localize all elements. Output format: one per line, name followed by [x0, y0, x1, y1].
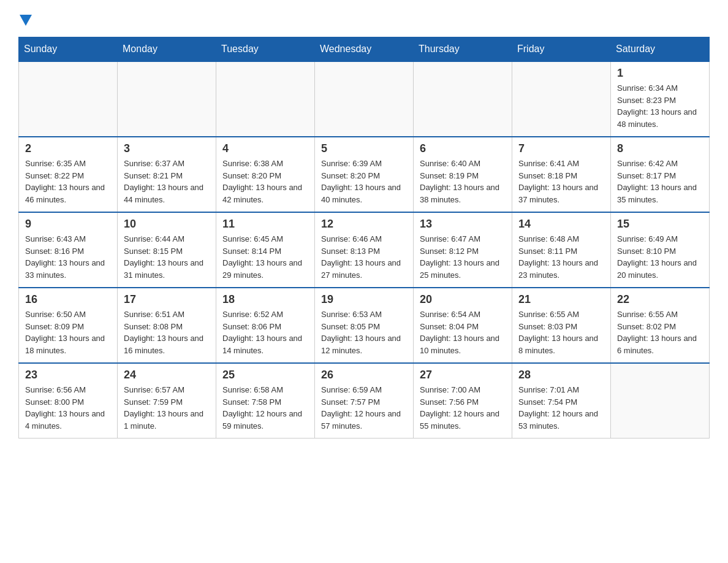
day-info: Sunrise: 6:46 AMSunset: 8:13 PMDaylight:… [321, 233, 407, 281]
day-info: Sunrise: 6:47 AMSunset: 8:12 PMDaylight:… [420, 233, 506, 281]
day-info: Sunrise: 6:40 AMSunset: 8:19 PMDaylight:… [420, 158, 506, 205]
day-number: 4 [222, 142, 308, 155]
col-wednesday: Wednesday [315, 37, 414, 62]
day-number: 17 [124, 293, 210, 306]
calendar-cell: 7Sunrise: 6:41 AMSunset: 8:18 PMDaylight… [512, 137, 611, 212]
day-info: Sunrise: 6:53 AMSunset: 8:05 PMDaylight:… [321, 308, 407, 356]
day-number: 3 [124, 142, 210, 155]
calendar-cell [611, 363, 710, 439]
day-info: Sunrise: 6:55 AMSunset: 8:03 PMDaylight:… [518, 308, 604, 356]
calendar-week-row: 9Sunrise: 6:43 AMSunset: 8:16 PMDaylight… [19, 212, 710, 288]
day-number: 2 [25, 142, 111, 155]
calendar-cell: 23Sunrise: 6:56 AMSunset: 8:00 PMDayligh… [19, 363, 118, 439]
day-number: 28 [518, 369, 604, 381]
day-number: 26 [321, 369, 407, 381]
calendar-cell: 25Sunrise: 6:58 AMSunset: 7:58 PMDayligh… [216, 363, 315, 439]
day-info: Sunrise: 6:57 AMSunset: 7:59 PMDaylight:… [124, 384, 210, 432]
day-number: 6 [420, 142, 506, 155]
day-info: Sunrise: 6:41 AMSunset: 8:18 PMDaylight:… [518, 158, 604, 205]
day-number: 24 [124, 369, 210, 381]
col-saturday: Saturday [611, 37, 710, 62]
day-info: Sunrise: 6:35 AMSunset: 8:22 PMDaylight:… [25, 158, 111, 205]
calendar-cell: 9Sunrise: 6:43 AMSunset: 8:16 PMDaylight… [19, 212, 118, 288]
col-sunday: Sunday [19, 37, 118, 62]
day-info: Sunrise: 6:45 AMSunset: 8:14 PMDaylight:… [222, 233, 308, 281]
calendar-week-row: 1Sunrise: 6:34 AMSunset: 8:23 PMDaylight… [19, 61, 710, 137]
calendar-cell: 10Sunrise: 6:44 AMSunset: 8:15 PMDayligh… [118, 212, 216, 288]
day-info: Sunrise: 6:54 AMSunset: 8:04 PMDaylight:… [420, 308, 506, 356]
day-info: Sunrise: 6:43 AMSunset: 8:16 PMDaylight:… [25, 233, 111, 281]
logo [18, 12, 32, 25]
page-header [18, 12, 710, 25]
calendar-cell [216, 61, 315, 137]
calendar-cell: 6Sunrise: 6:40 AMSunset: 8:19 PMDaylight… [414, 137, 512, 212]
day-info: Sunrise: 6:58 AMSunset: 7:58 PMDaylight:… [222, 384, 308, 432]
day-info: Sunrise: 6:39 AMSunset: 8:20 PMDaylight:… [321, 158, 407, 205]
col-thursday: Thursday [414, 37, 512, 62]
day-info: Sunrise: 7:00 AMSunset: 7:56 PMDaylight:… [420, 384, 506, 432]
calendar-cell [414, 61, 512, 137]
day-info: Sunrise: 6:56 AMSunset: 8:00 PMDaylight:… [25, 384, 111, 432]
day-info: Sunrise: 6:42 AMSunset: 8:17 PMDaylight:… [617, 158, 703, 205]
calendar-cell [512, 61, 611, 137]
day-number: 27 [420, 369, 506, 381]
calendar-cell: 1Sunrise: 6:34 AMSunset: 8:23 PMDaylight… [611, 61, 710, 137]
day-info: Sunrise: 6:37 AMSunset: 8:21 PMDaylight:… [124, 158, 210, 205]
calendar-week-row: 2Sunrise: 6:35 AMSunset: 8:22 PMDaylight… [19, 137, 710, 212]
calendar-cell: 22Sunrise: 6:55 AMSunset: 8:02 PMDayligh… [611, 288, 710, 363]
day-number: 1 [617, 67, 703, 80]
calendar-cell: 8Sunrise: 6:42 AMSunset: 8:17 PMDaylight… [611, 137, 710, 212]
day-number: 10 [124, 218, 210, 231]
calendar-cell: 26Sunrise: 6:59 AMSunset: 7:57 PMDayligh… [315, 363, 414, 439]
calendar-cell: 24Sunrise: 6:57 AMSunset: 7:59 PMDayligh… [118, 363, 216, 439]
day-number: 11 [222, 218, 308, 231]
day-number: 15 [617, 218, 703, 231]
calendar-cell: 18Sunrise: 6:52 AMSunset: 8:06 PMDayligh… [216, 288, 315, 363]
day-info: Sunrise: 6:49 AMSunset: 8:10 PMDaylight:… [617, 233, 703, 281]
day-info: Sunrise: 6:48 AMSunset: 8:11 PMDaylight:… [518, 233, 604, 281]
day-number: 23 [25, 369, 111, 381]
calendar-cell: 15Sunrise: 6:49 AMSunset: 8:10 PMDayligh… [611, 212, 710, 288]
calendar-cell [19, 61, 118, 137]
day-number: 18 [222, 293, 308, 306]
day-info: Sunrise: 6:59 AMSunset: 7:57 PMDaylight:… [321, 384, 407, 432]
day-info: Sunrise: 7:01 AMSunset: 7:54 PMDaylight:… [518, 384, 604, 432]
day-info: Sunrise: 6:44 AMSunset: 8:15 PMDaylight:… [124, 233, 210, 281]
day-info: Sunrise: 6:38 AMSunset: 8:20 PMDaylight:… [222, 158, 308, 205]
calendar-cell [315, 61, 414, 137]
calendar-cell: 17Sunrise: 6:51 AMSunset: 8:08 PMDayligh… [118, 288, 216, 363]
calendar-table: Sunday Monday Tuesday Wednesday Thursday… [18, 37, 710, 439]
day-number: 20 [420, 293, 506, 306]
day-number: 16 [25, 293, 111, 306]
calendar-cell: 21Sunrise: 6:55 AMSunset: 8:03 PMDayligh… [512, 288, 611, 363]
calendar-cell [118, 61, 216, 137]
calendar-cell: 4Sunrise: 6:38 AMSunset: 8:20 PMDaylight… [216, 137, 315, 212]
calendar-header-row: Sunday Monday Tuesday Wednesday Thursday… [19, 37, 710, 62]
day-info: Sunrise: 6:34 AMSunset: 8:23 PMDaylight:… [617, 82, 703, 130]
day-number: 25 [222, 369, 308, 381]
calendar-cell: 13Sunrise: 6:47 AMSunset: 8:12 PMDayligh… [414, 212, 512, 288]
day-number: 7 [518, 142, 604, 155]
day-info: Sunrise: 6:51 AMSunset: 8:08 PMDaylight:… [124, 308, 210, 356]
calendar-cell: 19Sunrise: 6:53 AMSunset: 8:05 PMDayligh… [315, 288, 414, 363]
day-number: 13 [420, 218, 506, 231]
day-number: 19 [321, 293, 407, 306]
day-info: Sunrise: 6:52 AMSunset: 8:06 PMDaylight:… [222, 308, 308, 356]
day-info: Sunrise: 6:50 AMSunset: 8:09 PMDaylight:… [25, 308, 111, 356]
calendar-cell: 5Sunrise: 6:39 AMSunset: 8:20 PMDaylight… [315, 137, 414, 212]
day-number: 9 [25, 218, 111, 231]
calendar-cell: 28Sunrise: 7:01 AMSunset: 7:54 PMDayligh… [512, 363, 611, 439]
calendar-cell: 16Sunrise: 6:50 AMSunset: 8:09 PMDayligh… [19, 288, 118, 363]
calendar-cell: 11Sunrise: 6:45 AMSunset: 8:14 PMDayligh… [216, 212, 315, 288]
day-number: 8 [617, 142, 703, 155]
calendar-cell: 27Sunrise: 7:00 AMSunset: 7:56 PMDayligh… [414, 363, 512, 439]
day-info: Sunrise: 6:55 AMSunset: 8:02 PMDaylight:… [617, 308, 703, 356]
day-number: 5 [321, 142, 407, 155]
day-number: 21 [518, 293, 604, 306]
calendar-week-row: 23Sunrise: 6:56 AMSunset: 8:00 PMDayligh… [19, 363, 710, 439]
day-number: 12 [321, 218, 407, 231]
calendar-cell: 14Sunrise: 6:48 AMSunset: 8:11 PMDayligh… [512, 212, 611, 288]
calendar-cell: 3Sunrise: 6:37 AMSunset: 8:21 PMDaylight… [118, 137, 216, 212]
calendar-cell: 2Sunrise: 6:35 AMSunset: 8:22 PMDaylight… [19, 137, 118, 212]
day-number: 14 [518, 218, 604, 231]
